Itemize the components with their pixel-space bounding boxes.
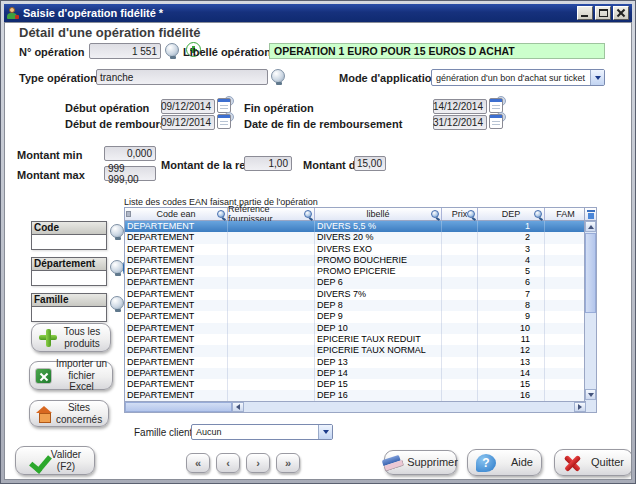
- code-label: Code: [32, 222, 106, 235]
- calendar-icon[interactable]: [489, 114, 503, 129]
- filter-icon[interactable]: [304, 210, 312, 218]
- search-operation-icon[interactable]: [165, 43, 179, 57]
- cell-fam: [545, 244, 586, 255]
- arrow-left-icon: [236, 404, 240, 410]
- title-bar[interactable]: Saisie d'opération fidélité *: [4, 4, 632, 22]
- scroll-thumb[interactable]: [585, 233, 596, 313]
- cell-prix: [442, 221, 478, 232]
- table-row[interactable]: DEPARTEMENTDIVERS 5,5 %1: [125, 221, 586, 232]
- cell-reference_fournisseur: [228, 357, 315, 368]
- column-header-fam[interactable]: FAM: [545, 208, 586, 220]
- montant-min-field[interactable]: 0,000: [104, 146, 156, 161]
- close-button[interactable]: [613, 6, 629, 20]
- table-row[interactable]: DEPARTEMENTDEP 1010: [125, 323, 586, 334]
- num-operation-field[interactable]: 1 551: [89, 43, 161, 59]
- cell-code_ean: DEPARTEMENT: [125, 255, 228, 266]
- hscroll-thumb[interactable]: [125, 402, 232, 412]
- maximize-button[interactable]: [595, 6, 611, 20]
- mode-application-arrow[interactable]: [590, 70, 604, 85]
- code-input[interactable]: [32, 235, 106, 249]
- montant-remise-field[interactable]: 1,00: [244, 156, 292, 171]
- famille-client-arrow[interactable]: [318, 425, 332, 439]
- filter-icon[interactable]: [467, 210, 475, 218]
- search-type-icon[interactable]: [271, 69, 285, 83]
- scroll-right-button[interactable]: [574, 402, 586, 412]
- quitter-button[interactable]: Quitter: [554, 449, 632, 476]
- cell-code_ean: DEPARTEMENT: [125, 277, 228, 288]
- vertical-scrollbar[interactable]: [584, 208, 596, 412]
- calendar-icon[interactable]: [217, 114, 231, 129]
- montant-tranche-field[interactable]: 15,00: [354, 156, 386, 171]
- departement-label: Département: [32, 258, 106, 271]
- type-operation-label: Type opération: [19, 72, 97, 84]
- table-delete-cell[interactable]: [584, 208, 596, 221]
- search-departement-icon[interactable]: [110, 260, 124, 274]
- column-header-code-ean[interactable]: Code ean: [125, 208, 228, 220]
- cell-libelle: PROMO EPICERIE: [315, 266, 442, 277]
- table-row[interactable]: DEPARTEMENTDEP 66: [125, 277, 586, 288]
- cell-dep: 4: [478, 255, 545, 266]
- table-row[interactable]: DEPARTEMENTPROMO EPICERIE5: [125, 266, 586, 277]
- column-header-reference[interactable]: Référence fournisseur: [228, 208, 315, 220]
- filter-icon[interactable]: [431, 210, 439, 218]
- tous-les-produits-button[interactable]: Tous les produits: [31, 323, 111, 352]
- libelle-operation-field[interactable]: OPERATION 1 EURO POUR 15 EUROS D ACHAT: [269, 43, 605, 59]
- table-row[interactable]: DEPARTEMENTDEP 1313: [125, 357, 586, 368]
- column-header-dep[interactable]: DEP: [478, 208, 545, 220]
- help-icon: ?: [476, 454, 496, 472]
- debut-remboursement-field[interactable]: 09/12/2014: [161, 115, 215, 130]
- column-label: Prix: [452, 209, 468, 219]
- aide-button[interactable]: ? Aide: [467, 449, 542, 476]
- nav-first-button[interactable]: «: [186, 453, 210, 473]
- table-row[interactable]: DEPARTEMENTEPICERIE TAUX NORMAL12: [125, 345, 586, 356]
- cell-prix: [442, 255, 478, 266]
- nav-last-button[interactable]: »: [276, 453, 300, 473]
- horizontal-scrollbar[interactable]: [125, 401, 586, 412]
- cell-reference_fournisseur: [228, 368, 315, 379]
- sites-concernes-button[interactable]: Sites concernés: [29, 400, 109, 427]
- table-row[interactable]: DEPARTEMENTPROMO BOUCHERIE4: [125, 255, 586, 266]
- debut-operation-field[interactable]: 09/12/2014: [161, 99, 215, 114]
- fin-remboursement-field[interactable]: 31/12/2014: [433, 115, 487, 130]
- valider-button[interactable]: Valider (F2): [15, 446, 95, 475]
- nav-next-button[interactable]: ›: [246, 453, 270, 473]
- montant-max-label: Montant max: [17, 169, 85, 181]
- search-code-icon[interactable]: [110, 224, 124, 238]
- fin-operation-field[interactable]: 14/12/2014: [433, 99, 487, 114]
- famille-client-select[interactable]: Aucun: [191, 424, 333, 440]
- supprimer-button[interactable]: Supprimer: [384, 450, 457, 475]
- arrow-right-icon: [578, 404, 582, 410]
- cell-fam: [545, 300, 586, 311]
- table-row[interactable]: DEPARTEMENTDIVERS 7%7: [125, 289, 586, 300]
- table-row[interactable]: DEPARTEMENTDIVERS EXO3: [125, 244, 586, 255]
- departement-input[interactable]: [32, 271, 106, 285]
- cell-dep: 6: [478, 277, 545, 288]
- scroll-down-button[interactable]: [585, 389, 596, 400]
- minimize-button[interactable]: [577, 6, 593, 20]
- table-row[interactable]: DEPARTEMENTDEP 1414: [125, 368, 586, 379]
- search-famille-icon[interactable]: [110, 296, 124, 310]
- mode-application-select[interactable]: génération d'un bon d'achat sur ticket: [431, 69, 605, 86]
- column-header-libelle[interactable]: libellé: [315, 208, 442, 220]
- scroll-up-button[interactable]: [585, 221, 596, 232]
- cell-reference_fournisseur: [228, 277, 315, 288]
- table-row[interactable]: DEPARTEMENTDIVERS 20 %2: [125, 232, 586, 243]
- table-row[interactable]: DEPARTEMENTDEP 99: [125, 311, 586, 322]
- filter-icon[interactable]: [534, 210, 542, 218]
- type-operation-field[interactable]: tranche: [96, 69, 268, 85]
- importer-excel-button[interactable]: Importer un fichier Excel: [29, 361, 113, 390]
- cell-dep: 11: [478, 334, 545, 345]
- calendar-icon[interactable]: [217, 98, 231, 113]
- cell-code_ean: DEPARTEMENT: [125, 266, 228, 277]
- table-row[interactable]: DEPARTEMENTEPICERIE TAUX REDUIT11: [125, 334, 586, 345]
- plus-icon: [39, 329, 57, 347]
- montant-max-field[interactable]: 999 999,00: [104, 166, 156, 181]
- filter-icon[interactable]: [217, 210, 225, 218]
- column-header-prix[interactable]: Prix: [442, 208, 478, 220]
- nav-prev-button[interactable]: ‹: [216, 453, 240, 473]
- table-row[interactable]: DEPARTEMENTDEP 88: [125, 300, 586, 311]
- table-row[interactable]: DEPARTEMENTDEP 1515: [125, 379, 586, 390]
- scroll-left-button[interactable]: [232, 402, 244, 412]
- calendar-icon[interactable]: [489, 98, 503, 113]
- famille-input[interactable]: [32, 307, 106, 321]
